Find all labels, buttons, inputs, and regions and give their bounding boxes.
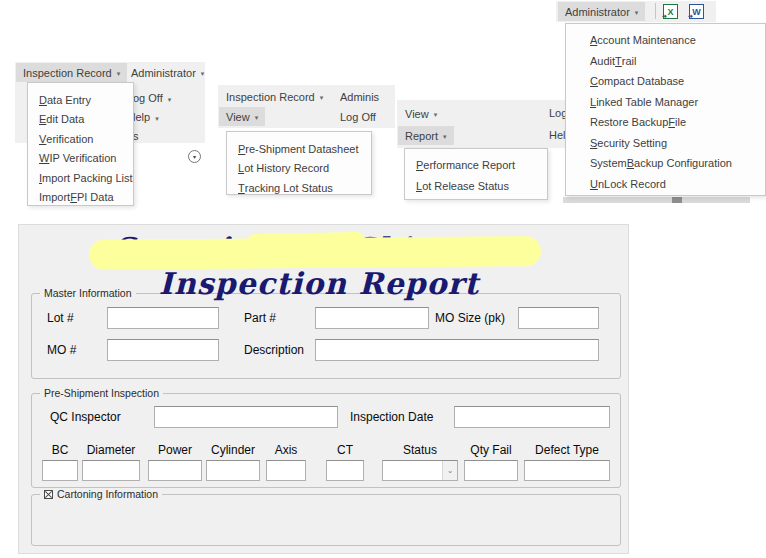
menu-button-inspection-record[interactable]: Inspection Record ▾ [16,63,127,82]
chevron-down-icon: ▾ [193,153,196,160]
axis-header: Axis [266,444,306,457]
chevron-down-icon: ▾ [117,70,121,77]
diameter-header: Diameter [82,444,140,457]
pre-shipment-inspection-group: Pre-Shipment Inspection QC Inspector Ins… [31,393,621,488]
chevron-down-icon: ▾ [434,111,438,118]
menu-item-wip-verification[interactable]: WIP Verification [28,149,133,169]
menu-button-log-off-clipped[interactable]: Log [549,107,566,119]
power-input[interactable] [148,460,202,481]
menu-item-edit-data[interactable]: Edit Data [28,110,133,130]
bc-input[interactable] [42,460,78,481]
menu-label: Log Off [340,111,376,123]
cartoning-information-group: Cartoning Information [31,494,621,546]
qc-inspector-label: QC Inspector [50,410,121,424]
menu-label: Inspection Record [23,67,112,79]
qc-inspector-input[interactable] [154,406,338,428]
menu-button-report[interactable]: Report ▾ [398,126,454,145]
scrollbar-thumb[interactable] [672,197,682,203]
cylinder-header: Cylinder [206,444,260,457]
master-information-group: Master Information Lot # Part # MO Size … [31,293,621,379]
column-diameter: Diameter [82,444,140,481]
description-input[interactable] [315,339,599,361]
ct-header: CT [326,444,364,457]
menu-button-administrator[interactable]: Administrator ▾ [558,2,645,21]
menu-button-administrator[interactable]: Administrator ▾ [124,63,211,82]
menu-button-inspection-record[interactable]: Inspection Record ▾ [219,87,330,106]
menu-button-view[interactable]: View ▾ [398,104,444,123]
defect-type-header: Defect Type [524,444,610,457]
group-legend: Cartoning Information [40,488,162,500]
column-axis: Axis [266,444,306,481]
chevron-down-icon: ▾ [155,115,159,122]
menu-label: lelp [133,111,150,123]
menu-item-security-setting[interactable]: Security Setting [566,133,765,154]
chevron-down-icon: ⌄ [447,466,454,475]
menu-item-audit-trail[interactable]: Audit Trail [566,51,765,72]
column-cylinder: Cylinder [206,444,260,481]
ct-input[interactable] [326,460,364,481]
menu-item-lot-history-record[interactable]: Lot History Record [227,159,371,179]
menu-item-performance-report[interactable]: Performance Report [405,154,547,175]
menu-item-compact-database[interactable]: Compact Database [566,71,765,92]
column-bc: BC [42,444,78,481]
lot-number-input-right[interactable] [163,308,218,328]
menu-button-administrator-clipped[interactable]: Adminis [340,91,379,103]
menu-label: View [226,111,250,123]
menu-item-import-packing-list[interactable]: Import Packing List [28,168,133,188]
combo-arrow-button[interactable]: ⌄ [442,461,457,480]
qty-fail-input[interactable] [464,460,518,481]
lot-number-field[interactable] [107,307,219,329]
part-number-input[interactable] [315,307,429,329]
menu-button-log-off-clipped[interactable]: og Off ▾ [133,92,171,104]
view-dropdown: Pre-Shipment Datasheet Lot History Recor… [226,131,372,195]
menu-item-verification[interactable]: Verification [28,129,133,149]
chevron-down-icon: ▾ [443,133,447,140]
report-dropdown: Performance Report Lot Release Status [404,148,548,200]
chevron-down-icon: ▾ [255,114,259,121]
mo-size-input[interactable] [518,307,599,329]
menu-label: og Off [133,92,163,104]
grid-checkbox-icon [44,490,53,499]
lot-number-input-left[interactable] [108,308,163,328]
menu-button-log-off[interactable]: Log Off [340,111,376,123]
lot-number-label: Lot # [47,311,74,325]
chevron-down-icon: ▾ [320,94,324,101]
defect-type-input[interactable] [524,460,610,481]
axis-input[interactable] [266,460,306,481]
menu-item-pre-shipment-datasheet[interactable]: Pre-Shipment Datasheet [227,139,371,159]
description-label: Description [244,343,304,357]
collapse-ribbon-icon[interactable]: ▾ [188,150,201,163]
menu-item-tracking-lot-status[interactable]: Tracking Lot Status [227,178,371,198]
chevron-down-icon: ▾ [201,70,205,77]
column-qty-fail: Qty Fail [464,444,518,481]
pre-shipment-form-window: Superior Pre-Shipment Inspection Report … [18,224,629,554]
menu-item-restore-backup-file[interactable]: Restore Backup File [566,112,765,133]
qty-fail-header: Qty Fail [464,444,518,457]
menu-item-linked-table-manager[interactable]: Linked Table Manager [566,92,765,113]
bc-header: BC [42,444,78,457]
chevron-down-icon: ▾ [168,96,172,103]
menu-button-view[interactable]: View ▾ [219,107,265,126]
menu-label: Log [549,107,566,119]
menu-item-data-entry[interactable]: Data Entry [28,90,133,110]
menu-item-account-maintenance[interactable]: Account Maintenance [566,30,765,51]
export-to-excel-icon[interactable]: X ➜ [663,4,678,19]
inspection-date-input[interactable] [454,406,610,428]
menu-item-system-backup-configuration[interactable]: System Backup Configuration [566,153,765,174]
mo-number-input[interactable] [107,339,219,361]
menu-item-import-fpi-data[interactable]: Import FPI Data [28,188,133,208]
dropdown-bottom-scrollbar[interactable] [563,197,750,203]
diameter-input[interactable] [82,460,140,481]
menu-button-help-clipped[interactable]: lelp ▾ [133,111,159,123]
menu-label: Administrator [131,67,196,79]
word-letter: W [692,7,701,17]
menu-item-unlock-record[interactable]: UnLock Record [566,174,765,195]
menu-item-lot-release-status[interactable]: Lot Release Status [405,175,547,196]
menu-button-help-clipped[interactable]: Hel [549,129,566,141]
cylinder-input[interactable] [206,460,260,481]
status-dropdown[interactable]: ⌄ [382,460,458,481]
export-to-word-icon[interactable]: W ➜ [689,4,704,19]
legend-text: Pre-Shipment Inspection [44,387,159,399]
menu-label: Inspection Record [226,91,315,103]
screenshot-canvas: og Off ▾ lelp ▾ s Inspection Record ▾ Ad… [0,0,766,558]
